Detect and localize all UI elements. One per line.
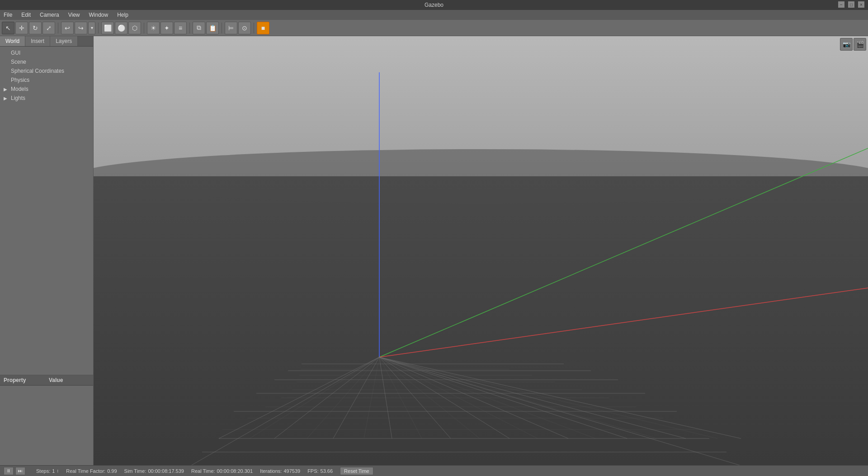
fps-value: 53.66	[321, 468, 333, 474]
steps-value: 1	[52, 468, 55, 474]
window-title: Gazebo	[425, 2, 443, 8]
toolbar-sep-4	[189, 23, 190, 33]
undo-dropdown-button[interactable]: ▾	[88, 22, 95, 34]
play-controls: ⏸ ⏭	[4, 467, 25, 475]
scale-tool-button[interactable]: ⤢	[42, 22, 55, 34]
sim-time-value: 00:00:08:17.539	[148, 468, 184, 474]
iterations-value: 497539	[283, 468, 300, 474]
menu-edit[interactable]: Edit	[19, 11, 33, 19]
maximize-button[interactable]: □	[848, 1, 854, 8]
real-time-factor-label: Real Time Factor:	[66, 468, 105, 474]
cylinder-tool-button[interactable]: ⬡	[128, 22, 141, 34]
record-button[interactable]: 🎬	[854, 38, 866, 51]
snap-button[interactable]: ■	[257, 22, 269, 34]
lines-tool-button[interactable]: ≡	[174, 22, 187, 34]
tab-world[interactable]: World	[0, 36, 25, 46]
tree-panel: GUI Scene Spherical Coordinates Physics …	[0, 47, 93, 375]
real-time-factor-value: 0.99	[107, 468, 117, 474]
close-button[interactable]: ×	[858, 1, 864, 8]
svg-point-2	[94, 149, 868, 203]
tab-insert[interactable]: Insert	[25, 36, 50, 46]
tree-label-gui: GUI	[11, 50, 20, 56]
toolbar-sep-1	[58, 23, 58, 33]
copy-button[interactable]: ⧉	[193, 22, 205, 34]
rotate-tool-button[interactable]: ↻	[29, 22, 42, 34]
tree-label-spherical: Spherical Coordinates	[11, 68, 64, 74]
box-tool-button[interactable]: ⬜	[101, 22, 114, 34]
main-layout: World Insert Layers GUI Scene Spherical …	[0, 36, 868, 465]
toolbar-sep-3	[144, 23, 144, 33]
iterations-label: Iterations:	[260, 468, 282, 474]
tree-label-lights: Lights	[11, 95, 25, 101]
real-time-label: Real Time:	[191, 468, 215, 474]
tree-item-models[interactable]: ▶ Models	[0, 85, 93, 94]
menu-bar: File Edit Camera View Window Help	[0, 10, 868, 20]
property-col-header: Property	[0, 376, 45, 384]
toolbar: ↖ ✛ ↻ ⤢ ↩ ↪ ▾ ⬜ ⚪ ⬡ ☀ ✦ ≡ ⧉ 📋 ⊨ ⊙ ■	[0, 20, 868, 36]
tab-bar: World Insert Layers	[0, 36, 93, 47]
tree-label-scene: Scene	[11, 59, 26, 65]
real-time-value: 00:00:08:20.301	[217, 468, 253, 474]
toolbar-sep-6	[254, 23, 254, 33]
real-time-factor-item: Real Time Factor: 0.99	[66, 468, 117, 474]
align-button-2[interactable]: ⊙	[238, 22, 251, 34]
steps-item: Steps: 1 ↕	[36, 468, 59, 474]
scene-canvas	[94, 36, 868, 465]
undo-button[interactable]: ↩	[61, 22, 74, 34]
select-tool-button[interactable]: ↖	[2, 22, 14, 34]
sphere-tool-button[interactable]: ⚪	[115, 22, 127, 34]
minimize-button[interactable]: −	[838, 1, 844, 8]
sim-time-item: Sim Time: 00:00:08:17.539	[124, 468, 184, 474]
align-button-1[interactable]: ⊨	[225, 22, 237, 34]
fps-item: FPS: 53.66	[307, 468, 333, 474]
translate-tool-button[interactable]: ✛	[15, 22, 28, 34]
menu-file[interactable]: File	[2, 11, 14, 19]
steps-label: Steps:	[36, 468, 50, 474]
properties-header: Property Value	[0, 375, 93, 386]
grid-svg	[94, 36, 868, 465]
tree-label-physics: Physics	[11, 77, 29, 83]
iterations-item: Iterations: 497539	[260, 468, 300, 474]
menu-help[interactable]: Help	[115, 11, 130, 19]
toolbar-sep-2	[98, 23, 99, 33]
menu-window[interactable]: Window	[87, 11, 110, 19]
viewport[interactable]: 📷 🎬	[94, 36, 868, 465]
value-col-header: Value	[45, 376, 66, 384]
redo-button[interactable]: ↪	[75, 22, 87, 34]
steps-arrow[interactable]: ↕	[57, 468, 59, 473]
tree-item-spherical-coordinates[interactable]: Spherical Coordinates	[0, 66, 93, 75]
pause-button[interactable]: ⏸	[4, 467, 14, 475]
real-time-item: Real Time: 00:00:08:20.301	[191, 468, 253, 474]
point-light-button[interactable]: ✦	[160, 22, 173, 34]
sim-time-label: Sim Time:	[124, 468, 146, 474]
toolbar-sep-5	[222, 23, 222, 33]
window-controls: − □ ×	[838, 1, 864, 8]
title-bar: Gazebo − □ ×	[0, 0, 868, 10]
step-button[interactable]: ⏭	[15, 467, 25, 475]
menu-view[interactable]: View	[66, 11, 82, 19]
status-bar: ⏸ ⏭ Steps: 1 ↕ Real Time Factor: 0.99 Si…	[0, 465, 868, 476]
menu-camera[interactable]: Camera	[38, 11, 61, 19]
expand-arrow-lights: ▶	[4, 96, 9, 101]
sun-tool-button[interactable]: ☀	[147, 22, 160, 34]
properties-panel: Property Value	[0, 375, 93, 465]
viewport-toolbar: 📷 🎬	[840, 38, 866, 51]
fps-label: FPS:	[307, 468, 318, 474]
tree-item-gui[interactable]: GUI	[0, 48, 93, 57]
tree-label-models: Models	[11, 86, 28, 92]
tree-item-physics[interactable]: Physics	[0, 75, 93, 85]
tree-item-scene[interactable]: Scene	[0, 57, 93, 66]
svg-rect-1	[94, 176, 868, 465]
reset-time-button[interactable]: Reset Time	[340, 467, 373, 475]
left-panel: World Insert Layers GUI Scene Spherical …	[0, 36, 94, 465]
screenshot-button[interactable]: 📷	[840, 38, 853, 51]
tree-item-lights[interactable]: ▶ Lights	[0, 94, 93, 103]
expand-arrow-models: ▶	[4, 87, 9, 92]
tab-layers[interactable]: Layers	[50, 36, 78, 46]
paste-button[interactable]: 📋	[206, 22, 219, 34]
